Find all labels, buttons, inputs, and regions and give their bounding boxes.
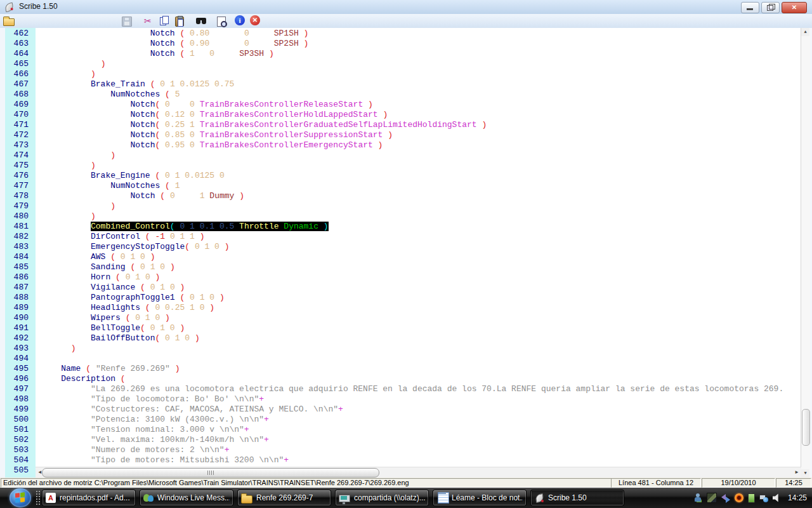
taskbar: repintados.pdf - Ad...Windows Live Mess.… — [0, 488, 812, 508]
pdf-icon — [46, 493, 56, 503]
code-line[interactable]: 503 "Numero de motores: 2 \n\n"+ — [5, 445, 801, 455]
code-line[interactable]: 485 Sanding ( 0 1 0 ) — [5, 262, 801, 272]
code-line[interactable]: 468 NumNotches ( 5 — [5, 90, 801, 100]
task-label: Scribe 1.50 — [548, 493, 587, 502]
code-line[interactable]: 483 EmergencyStopToggle( 0 1 0 ) — [5, 242, 801, 252]
line-number: 474 — [5, 150, 36, 161]
code-line[interactable]: 478 Notch ( 0 1 Dummy ) — [5, 191, 801, 201]
line-number: 471 — [5, 120, 36, 130]
code-line[interactable]: 491 BellToggle( 0 1 0 ) — [5, 323, 801, 333]
picture-tray-icon[interactable] — [707, 493, 717, 503]
scroll-right-icon[interactable]: ► — [792, 468, 801, 477]
code-line[interactable]: 494 — [5, 354, 801, 364]
code-line[interactable]: 495 Name ( "Renfe 269.269" ) — [5, 364, 801, 374]
code-line[interactable]: 496 Description ( — [5, 374, 801, 384]
line-number: 486 — [5, 272, 36, 283]
restore-button[interactable] — [761, 2, 780, 13]
code-line[interactable]: 469 Notch( 0 0 TrainBrakesControllerRele… — [5, 100, 801, 110]
save-icon — [122, 17, 132, 27]
code-line[interactable]: 482 DirControl ( -1 0 1 1 ) — [5, 232, 801, 242]
code-line[interactable]: 465 ) — [5, 59, 801, 69]
app-icon — [4, 2, 14, 12]
line-number: 489 — [5, 303, 36, 313]
line-number: 485 — [5, 262, 36, 272]
code-line[interactable]: 490 Wipers ( 0 1 0 ) — [5, 313, 801, 323]
network-icon[interactable] — [759, 493, 768, 502]
close-button[interactable]: ✕ — [782, 2, 807, 13]
window-title: Scribe 1.50 — [19, 2, 58, 11]
horizontal-scrollbar[interactable]: ◄ ► — [36, 467, 801, 478]
code-line[interactable]: 463 Notch ( 0.90 0 SP2SH ) — [5, 39, 801, 49]
scroll-up-icon[interactable]: ▲ — [801, 28, 809, 36]
code-line[interactable]: 502 "Vel. maxima: 100km/h-140km/h \n\n"+ — [5, 435, 801, 445]
transfer-arrows-icon[interactable] — [721, 493, 730, 502]
notepad-icon — [438, 492, 449, 504]
taskbar-button[interactable]: Windows Live Mess... — [140, 490, 233, 506]
messenger-tray-icon[interactable] — [693, 493, 702, 502]
code-line[interactable]: 493 ) — [5, 344, 801, 354]
taskbar-button[interactable]: compartida (\\olatz)... — [335, 490, 429, 506]
code-line[interactable]: 470 Notch( 0.12 0 TrainBrakesControllerH… — [5, 110, 801, 120]
code-line[interactable]: 497 "La 269.269 es una locomotora electr… — [5, 384, 801, 394]
horizontal-scrollbar-thumb[interactable] — [42, 468, 379, 478]
code-line[interactable]: 476 Brake_Engine ( 0 1 0.0125 0 — [5, 171, 801, 181]
vertical-scrollbar-thumb[interactable] — [802, 409, 810, 446]
exit-button[interactable]: ✕ — [250, 15, 260, 25]
code-line[interactable]: 492 BailOffButton( 0 1 0 ) — [5, 333, 801, 344]
code-line[interactable]: 487 Vigilance ( 0 1 0 ) — [5, 283, 801, 293]
code-line[interactable]: 464 Notch ( 1 0 SP3SH ) — [5, 49, 801, 59]
code-line[interactable]: 466 ) — [5, 69, 801, 79]
code-line[interactable]: 472 Notch( 0.85 0 TrainBrakesControllerS… — [5, 130, 801, 140]
battery-icon[interactable] — [748, 493, 755, 503]
line-number: 480 — [5, 211, 36, 222]
code-editor[interactable]: 462 Notch ( 0.80 0 SP1SH )463 Notch ( 0.… — [0, 28, 812, 478]
taskbar-button[interactable]: Renfe 269.269-7 — [237, 490, 331, 506]
line-number: 482 — [5, 232, 36, 242]
taskbar-grip[interactable] — [36, 490, 40, 505]
find-replace-button[interactable] — [216, 15, 228, 27]
info-button[interactable]: i — [235, 15, 245, 25]
code-line[interactable]: 480 ) — [5, 211, 801, 222]
code-line[interactable]: 462 Notch ( 0.80 0 SP1SH ) — [5, 29, 801, 39]
code-line[interactable]: 481 Combined_Control( 0 1 0.1 0.5 Thrott… — [5, 222, 801, 232]
line-number: 466 — [5, 69, 36, 79]
code-line[interactable]: 479 ) — [5, 201, 801, 211]
code-line[interactable]: 498 "Tipo de locomotora: Bo' Bo' \n\n"+ — [5, 394, 801, 404]
code-line[interactable]: 474 ) — [5, 150, 801, 161]
start-button[interactable] — [10, 488, 31, 507]
taskbar-button[interactable]: Scribe 1.50 — [530, 490, 624, 506]
code-line[interactable]: 477 NumNotches ( 1 — [5, 181, 801, 191]
restore-icon — [767, 5, 773, 11]
code-line[interactable]: 473 Notch( 0.95 0 TrainBrakesControllerE… — [5, 140, 801, 150]
swirl-tray-icon[interactable] — [735, 493, 743, 502]
paste-button[interactable] — [174, 15, 187, 27]
open-file-button[interactable] — [3, 15, 15, 27]
line-number: 484 — [5, 252, 36, 262]
code-line[interactable]: 500 "Potencia: 3100 kW (4300c.v.) \n\n"+ — [5, 415, 801, 425]
taskbar-button[interactable]: Léame - Bloc de not... — [433, 490, 527, 506]
code-line[interactable]: 489 Headlights ( 0 0.25 1 0 ) — [5, 303, 801, 313]
code-line[interactable]: 475 ) — [5, 161, 801, 171]
copy-button[interactable] — [159, 15, 171, 27]
code-line[interactable]: 499 "Costructores: CAF, MACOSA, ATEINSA … — [5, 404, 801, 415]
save-button[interactable] — [121, 15, 133, 27]
cut-button[interactable]: ✂ — [144, 15, 157, 27]
code-line[interactable]: 488 PantographToggle1 ( 0 1 0 ) — [5, 293, 801, 303]
code-line[interactable]: 501 "Tension nominal: 3.000 v \n\n"+ — [5, 425, 801, 435]
find-button[interactable] — [195, 15, 208, 27]
minimize-button[interactable] — [741, 2, 759, 13]
code-line[interactable]: 484 AWS ( 0 1 0 ) — [5, 252, 801, 262]
volume-icon[interactable] — [773, 493, 782, 502]
line-number: 469 — [5, 100, 36, 110]
code-line[interactable]: 504 "Tipo de motores: Mitsubishi 3200 \n… — [5, 455, 801, 465]
code-line[interactable]: 467 Brake_Train ( 0 1 0.0125 0.75 — [5, 79, 801, 90]
code-line[interactable]: 486 Horn ( 0 1 0 ) — [5, 272, 801, 283]
code-line[interactable]: 471 Notch( 0.25 1 TrainBrakesControllerG… — [5, 120, 801, 130]
taskbar-button[interactable]: repintados.pdf - Ad... — [42, 490, 136, 506]
scroll-down-icon[interactable]: ▼ — [801, 469, 809, 478]
tray-clock[interactable]: 14:25 — [788, 493, 807, 502]
line-number: 500 — [5, 415, 36, 425]
vertical-scrollbar[interactable]: ▲ ▼ — [801, 28, 810, 478]
window-titlebar[interactable]: Scribe 1.50 ✕ — [0, 0, 812, 15]
open-icon — [3, 18, 15, 26]
